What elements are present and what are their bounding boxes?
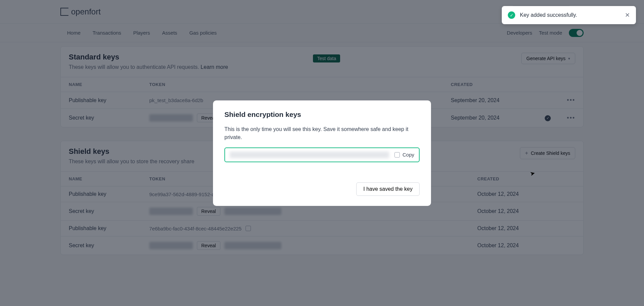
shield-key-modal: Shield encryption keys This is the only … — [213, 100, 431, 206]
saved-key-button[interactable]: I have saved the key — [356, 182, 420, 196]
modal-desc: This is the only time you will see this … — [224, 125, 420, 141]
key-display-box: Copy — [224, 147, 420, 162]
toast-close-button[interactable]: ✕ — [625, 11, 630, 19]
modal-title: Shield encryption keys — [224, 111, 420, 119]
toast-text: Key added successfully. — [520, 12, 577, 18]
copy-key-button[interactable]: Copy — [394, 152, 414, 158]
clipboard-icon — [394, 152, 400, 158]
success-toast: ✓ Key added successfully. ✕ — [502, 6, 636, 24]
check-circle-icon: ✓ — [508, 11, 515, 19]
key-value-hidden — [230, 151, 389, 158]
